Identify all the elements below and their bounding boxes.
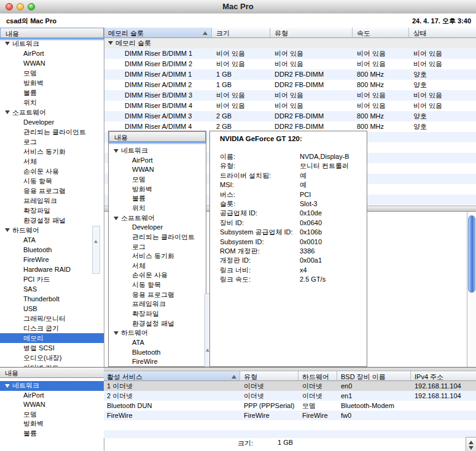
tree-item[interactable]: 시동 항목: [109, 280, 206, 290]
tree-item[interactable]: Developer: [0, 117, 104, 127]
tree-item[interactable]: Hardware RAID: [0, 264, 104, 274]
table-row[interactable]: Bluetooth DUNPPP (PPPSerial)모뎀Bluetooth-…: [104, 401, 476, 411]
tree-item[interactable]: 응용 프로그램: [0, 186, 104, 196]
table-row[interactable]: DIMM Riser B/DIMM 4비어 있음비어 있음비어 있음비어 있음: [104, 101, 476, 111]
tree-item[interactable]: 모뎀: [109, 175, 206, 185]
column-header-size[interactable]: 크기: [212, 28, 270, 38]
tree-item[interactable]: AirPort: [109, 156, 206, 166]
memory-table-header[interactable]: 메모리 슬롯 크기 유형 속도 상태: [104, 28, 476, 38]
disclosure-triangle-icon[interactable]: [114, 149, 119, 153]
tree-item[interactable]: 로그: [109, 242, 206, 252]
tree-item[interactable]: 볼륨: [109, 194, 206, 204]
contents-header[interactable]: 내용: [0, 28, 104, 38]
table-row[interactable]: 1 이더넷이더넷이더넷en0192.168.11.104: [104, 381, 476, 391]
bottom-contents-header[interactable]: 내용: [0, 368, 104, 378]
tree-item[interactable]: 하드웨어: [0, 225, 104, 235]
tree-item[interactable]: 프레임워크: [109, 299, 206, 309]
column-header-active-service[interactable]: 활성 서비스: [104, 371, 240, 381]
column-header-status[interactable]: 상태: [409, 28, 476, 38]
column-header-hardware[interactable]: 하드웨어: [298, 371, 337, 381]
tree-item[interactable]: Bluetooth: [0, 245, 104, 255]
table-row[interactable]: DIMM Riser B/DIMM 3비어 있음비어 있음비어 있음비어 있음: [104, 90, 476, 101]
tree-item[interactable]: USB: [0, 304, 104, 314]
tree-item[interactable]: 네트워크: [0, 381, 104, 391]
scroll-up-icon[interactable]: [94, 240, 98, 243]
window-titlebar[interactable]: Mac Pro: [0, 0, 476, 14]
table-row[interactable]: DIMM Riser A/DIMM 21 GBDDR2 FB-DIMM800 M…: [104, 80, 476, 90]
tree-item[interactable]: 그래픽/모니터: [0, 314, 104, 323]
scroll-down-icon[interactable]: [469, 446, 474, 450]
tree-item[interactable]: 환경설정 패널: [0, 215, 104, 225]
disclosure-triangle-icon[interactable]: [114, 331, 119, 335]
tree-item[interactable]: 응용 프로그램: [109, 290, 206, 300]
tree-item[interactable]: 소프트웨어: [0, 107, 104, 117]
tree-item[interactable]: 확장파일: [0, 206, 104, 215]
tree-item[interactable]: WWAN: [0, 400, 104, 410]
tree-item[interactable]: AirPort: [0, 391, 104, 401]
network-table-header[interactable]: 활성 서비스 유형 하드웨어 BSD 장비 이름 IPv4 주소: [104, 371, 476, 381]
zoom-button[interactable]: [28, 3, 35, 10]
disclosure-triangle-icon[interactable]: [5, 110, 10, 114]
tree-item[interactable]: 이더넷 카드: [0, 363, 104, 367]
tree-item[interactable]: SAS: [0, 284, 104, 294]
table-row[interactable]: DIMM Riser B/DIMM 2비어 있음비어 있음비어 있음비어 있음: [104, 59, 476, 69]
tree-item[interactable]: 네트워크: [109, 146, 206, 156]
tree-item[interactable]: 서비스 동기화: [0, 147, 104, 156]
tree-item[interactable]: 볼륨: [0, 88, 104, 98]
tree-item[interactable]: 서체: [109, 261, 206, 271]
tree-item[interactable]: 환경설정 패널: [109, 319, 206, 329]
disclosure-triangle-icon[interactable]: [5, 384, 10, 388]
column-header-type[interactable]: 유형: [240, 371, 298, 381]
tree-item[interactable]: 방화벽: [0, 78, 104, 88]
table-row[interactable]: FireWireFireWireFireWirefw0: [104, 411, 476, 420]
column-header-memory-slot[interactable]: 메모리 슬롯: [104, 28, 212, 38]
tree-item[interactable]: 위치: [0, 98, 104, 107]
tree-item[interactable]: 시동 항목: [0, 176, 104, 186]
tree-item[interactable]: 하드웨어: [109, 328, 206, 338]
disclosure-triangle-icon[interactable]: [108, 41, 113, 45]
column-header-ipv4[interactable]: IPv4 주소: [411, 371, 476, 381]
tree-item[interactable]: 디스크 굽기: [0, 323, 104, 333]
column-header-bsd-name[interactable]: BSD 장비 이름: [337, 371, 411, 381]
tree-item[interactable]: AirPort: [0, 48, 104, 58]
tree-item[interactable]: FireWire: [0, 255, 104, 264]
tree-item[interactable]: 관리되는 클라이언트: [109, 233, 206, 242]
table-row[interactable]: DIMM Riser B/DIMM 1비어 있음비어 있음비어 있음비어 있음: [104, 48, 476, 59]
scrollbar-buttons[interactable]: [466, 437, 476, 451]
tree-item[interactable]: 로그: [0, 137, 104, 147]
tree-item[interactable]: 방화벽: [0, 419, 104, 429]
tree-item[interactable]: WWAN: [0, 58, 104, 68]
tree-item[interactable]: 소프트웨어: [109, 214, 206, 223]
table-row[interactable]: DIMM Riser A/DIMM 32 GBDDR2 FB-DIMM800 M…: [104, 111, 476, 121]
tree-item[interactable]: 손쉬운 사용: [0, 166, 104, 176]
tree-item[interactable]: 오디오(내장): [0, 353, 104, 363]
column-header-type[interactable]: 유형: [270, 28, 353, 38]
tree-item[interactable]: FireWire: [109, 357, 206, 367]
tree-item[interactable]: 위치: [109, 204, 206, 214]
tree-item[interactable]: 메모리: [0, 333, 104, 343]
close-button[interactable]: [6, 3, 13, 10]
table-row[interactable]: 2 이더넷이더넷이더넷en1192.168.11.104: [104, 391, 476, 401]
tree-item[interactable]: 손쉬운 사용: [109, 271, 206, 280]
tree-item[interactable]: 네트워크: [0, 39, 104, 48]
tree-item[interactable]: ATA: [0, 235, 104, 245]
sidebar-scrollbar-sliver[interactable]: [92, 226, 100, 274]
scroll-up-icon[interactable]: [469, 441, 474, 444]
tree-item[interactable]: 프레임워크: [0, 196, 104, 206]
disclosure-triangle-icon[interactable]: [5, 42, 10, 45]
tree-item[interactable]: 확장파일: [109, 309, 206, 319]
minimize-button[interactable]: [17, 3, 24, 10]
tree-item[interactable]: 병렬 SCSI: [0, 343, 104, 353]
disclosure-triangle-icon[interactable]: [114, 217, 119, 220]
tree-item[interactable]: 서체: [0, 156, 104, 166]
tree-item[interactable]: 모뎀: [0, 410, 104, 420]
tree-item[interactable]: Bluetooth: [109, 348, 206, 358]
memory-slot-group-row[interactable]: 메모리 슬롯: [104, 38, 476, 48]
scrollbar-thumb[interactable]: [468, 215, 475, 293]
disclosure-triangle-icon[interactable]: [5, 228, 10, 232]
mid-contents-header[interactable]: 내용: [109, 131, 206, 142]
tree-item[interactable]: 관리되는 클라이언트: [0, 127, 104, 137]
tree-item[interactable]: WWAN: [109, 165, 206, 175]
tree-item[interactable]: 볼륨: [0, 429, 104, 439]
tree-item[interactable]: Developer: [109, 223, 206, 233]
